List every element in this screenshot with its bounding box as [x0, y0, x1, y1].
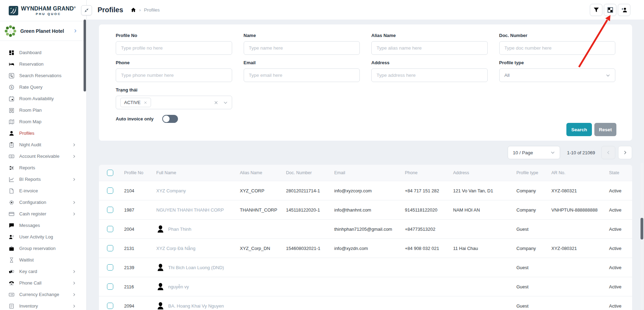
table-body: 2104XYZ CompanyXYZ_CORP280120211714-1inf… [99, 181, 632, 310]
chevron-left-icon [606, 150, 610, 155]
cell-alias-name: XYZ_CORP [237, 188, 283, 193]
page-title: Profiles [98, 6, 123, 14]
profile-name-link[interactable]: Phan Thinh [168, 227, 191, 232]
alias-name-input[interactable] [371, 41, 488, 55]
guest-avatar-icon [156, 301, 165, 310]
cell-doc-number: 145118122020-1 [283, 207, 331, 213]
profile-no-input[interactable] [116, 41, 232, 55]
sidebar-item-inventory[interactable]: Inventory [0, 300, 86, 310]
column-header: Doc. Number [283, 170, 331, 175]
profile-name-link[interactable]: Thi Bich Loan Luong (DND) [168, 265, 224, 270]
search-button[interactable]: Search [566, 123, 592, 136]
name-input[interactable] [244, 41, 360, 55]
row-checkbox[interactable] [107, 187, 113, 194]
sidebar-item-bi-reports[interactable]: BI Reports [0, 174, 86, 185]
next-page-button[interactable] [618, 146, 632, 159]
profile-type-select[interactable]: All [499, 68, 616, 82]
page-size-value: 10 / Page [513, 150, 533, 155]
chevron-right-icon [623, 150, 627, 155]
sidebar-item-room-map[interactable]: Room Map [0, 116, 86, 127]
sidebar-item-room-availability[interactable]: Room Availability [0, 93, 86, 104]
filter-doc-number: Doc. Number [499, 33, 616, 55]
profile-name-link[interactable]: NGUYEN THANH THANH CORP [156, 207, 224, 213]
clear-all-icon[interactable] [214, 101, 218, 105]
sidebar-item-room-plan[interactable]: Room Plan [0, 104, 86, 116]
map-icon [9, 119, 14, 125]
add-profile-button[interactable] [618, 4, 630, 16]
table-row[interactable]: 2116nguyễn vyGuestActive [99, 277, 632, 296]
sidebar-item-cash-register[interactable]: Cash register [0, 208, 86, 220]
field-label: Alias Name [371, 33, 488, 38]
cell-profile-no: 1987 [121, 207, 153, 213]
sidebar-item-search-reservations[interactable]: Search Reservations [0, 70, 86, 81]
sidebar-collapse-button[interactable] [81, 5, 92, 15]
file-icon [9, 188, 14, 194]
profile-name-link[interactable]: BA. Hoang Khai Vy Nguyen [168, 303, 224, 309]
hotel-selector[interactable]: Green Planet Hotel [0, 21, 86, 41]
sidebar-item-e-invoice[interactable]: E-invoice [0, 185, 86, 197]
row-checkbox[interactable] [107, 303, 113, 309]
cell-profile-type: Guest [514, 227, 549, 232]
row-checkbox[interactable] [107, 207, 113, 213]
table-row[interactable]: 2131XYZ Corp Đà NẵngXYZ_Corp_DN154608032… [99, 239, 632, 258]
chevron-down-icon[interactable] [223, 101, 228, 105]
phone-input[interactable] [116, 68, 232, 82]
cell-state: Active [606, 284, 632, 289]
cell-doc-number: 280120211714-1 [283, 188, 331, 193]
sidebar-item-key-card[interactable]: Key card [0, 266, 86, 277]
row-checkbox[interactable] [107, 226, 113, 232]
row-checkbox[interactable] [107, 283, 113, 290]
page-size-select[interactable]: 10 / Page [508, 146, 560, 159]
profile-name-link[interactable]: XYZ Corp Đà Nẵng [156, 246, 195, 251]
view-toggle-button[interactable] [604, 4, 616, 16]
table-row[interactable]: 2094BA. Hoang Khai Vy NguyenGuestActive [99, 296, 632, 310]
profile-name-link[interactable]: nguyễn vy [168, 284, 189, 289]
line-chart-icon [9, 177, 14, 182]
table-scrollbar[interactable] [641, 163, 643, 310]
trademark-symbol: ® [74, 6, 76, 9]
reset-button[interactable]: Reset [594, 123, 616, 136]
sidebar-item-reservation[interactable]: Reservation [0, 58, 86, 70]
sidebar-item-messages[interactable]: Messages [0, 220, 86, 231]
sidebar-item-profiles[interactable]: Profiles [0, 127, 86, 139]
chevron-right-icon [73, 29, 77, 33]
table-row[interactable]: 2104XYZ CompanyXYZ_CORP280120211714-1inf… [99, 181, 632, 200]
status-multiselect[interactable]: ACTIVE [116, 96, 232, 109]
sidebar-item-reports[interactable]: Reports [0, 162, 86, 174]
doc-number-input[interactable] [499, 41, 616, 55]
chevron-right-icon [72, 178, 76, 181]
sidebar-item-rate-query[interactable]: $Rate Query [0, 81, 86, 93]
table-row[interactable]: 2004Phan Thinhthinhphan71205@gmail.com+8… [99, 220, 632, 239]
sidebar-scrollbar[interactable] [84, 20, 86, 91]
remove-tag-icon[interactable] [144, 101, 147, 104]
status-tag-label: ACTIVE [124, 100, 141, 105]
address-input[interactable] [371, 68, 488, 82]
table-row[interactable]: 1987NGUYEN THANH THANH CORPTHANHNT_CORP1… [99, 200, 632, 220]
row-checkbox[interactable] [107, 245, 113, 251]
pagination-range: 1-10 of 21069 [567, 150, 595, 155]
prev-page-button[interactable] [601, 146, 615, 159]
sidebar-item-label: Phone Call [19, 280, 72, 286]
sidebar-item-user-activity-log[interactable]: User Activity Log [0, 231, 86, 243]
sidebar-item-configuration[interactable]: Configuration [0, 197, 86, 208]
email-input[interactable] [244, 68, 360, 82]
profile-name-link[interactable]: XYZ Company [156, 188, 186, 193]
guest-avatar-icon [156, 263, 165, 272]
sidebar-item-phone-call[interactable]: Phone Call [0, 277, 86, 289]
auto-invoice-toggle[interactable] [162, 115, 178, 123]
filter-toggle-button[interactable] [590, 4, 602, 16]
sidebar-item-night-audit[interactable]: Night Audit [0, 139, 86, 150]
cell-profile-type: Guest [514, 265, 549, 270]
sidebar-item-waitlist[interactable]: Waitlist [0, 254, 86, 266]
sidebar-item-dashboard[interactable]: Dashboard [0, 47, 86, 58]
header-actions [590, 4, 630, 16]
scrollbar-thumb[interactable] [641, 218, 643, 239]
home-icon[interactable] [131, 7, 136, 13]
sidebar-item-account-receivable[interactable]: Account Receivable [0, 150, 86, 162]
cell-state: Active [606, 246, 632, 251]
select-all-checkbox[interactable] [107, 170, 113, 176]
sidebar-item-group-reservation[interactable]: Group reservation [0, 243, 86, 254]
row-checkbox[interactable] [107, 264, 113, 271]
table-row[interactable]: 2139Thi Bich Loan Luong (DND)GuestActive [99, 258, 632, 277]
sidebar-item-currency-exchange[interactable]: Currency Exchange [0, 289, 86, 300]
